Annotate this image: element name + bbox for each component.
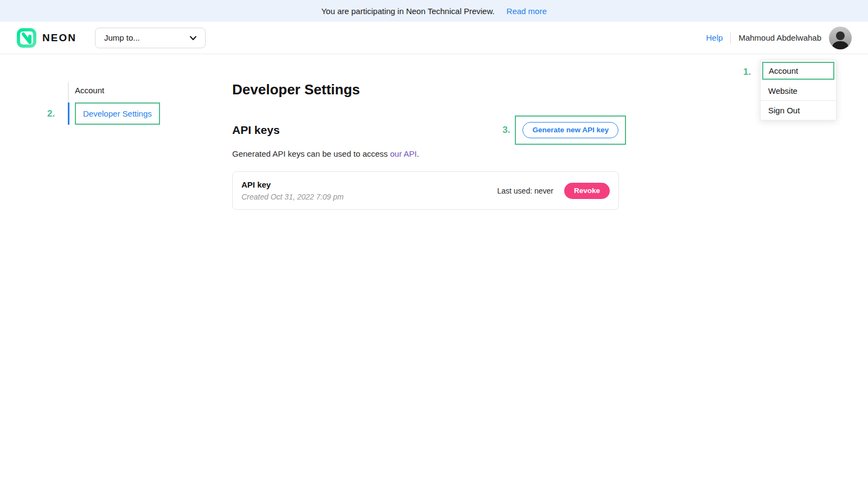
brand-wordmark: NEON — [42, 32, 76, 44]
section-description: Generated API keys can be used to access… — [232, 149, 619, 158]
neon-logo-icon — [16, 28, 37, 48]
jump-to-label: Jump to... — [104, 33, 140, 42]
account-menu: 1. Account Website Sign Out — [760, 60, 837, 120]
tech-preview-banner: You are participating in Neon Technical … — [0, 0, 868, 22]
menu-item-website[interactable]: Website — [761, 81, 836, 100]
annotation-2: 2. — [47, 108, 55, 119]
read-more-link[interactable]: Read more — [507, 7, 547, 16]
description-text: Generated API keys can be used to access — [232, 149, 390, 158]
sidebar-item-account-label: Account — [75, 86, 104, 95]
description-period: . — [417, 149, 419, 158]
header-right: Help Mahmoud Abdelwahab — [706, 27, 852, 49]
revoke-button[interactable]: Revoke — [564, 183, 610, 199]
api-key-actions: Last used: never Revoke — [497, 183, 610, 199]
app-header: NEON Jump to... Help Mahmoud Abdelwahab — [0, 22, 868, 54]
api-keys-section-header: API keys 3. Generate new API key — [232, 115, 619, 145]
section-heading: API keys — [232, 124, 280, 137]
user-name[interactable]: Mahmoud Abdelwahab — [738, 33, 821, 42]
avatar[interactable] — [829, 27, 852, 49]
sidebar-item-developer-settings-label: Developer Settings — [75, 102, 160, 125]
page-title: Developer Settings — [232, 81, 619, 98]
menu-item-account-label: Account — [762, 62, 834, 80]
sidebar-item-account[interactable]: Account — [68, 80, 176, 102]
api-key-name: API key — [241, 180, 343, 189]
annotation-1: 1. — [743, 67, 751, 78]
api-key-card: API key Created Oct 31, 2022 7:09 pm Las… — [232, 171, 619, 210]
help-link[interactable]: Help — [706, 33, 723, 42]
main-content: Developer Settings API keys 3. Generate … — [232, 81, 619, 210]
our-api-link[interactable]: our API — [390, 149, 417, 158]
banner-text: You are participating in Neon Technical … — [321, 7, 494, 16]
header-divider — [730, 33, 731, 43]
last-used-text: Last used: never — [497, 187, 553, 195]
person-icon — [829, 28, 852, 49]
neon-logo[interactable]: NEON — [16, 28, 76, 48]
generate-button-group: 3. Generate new API key — [502, 115, 626, 145]
api-key-info: API key Created Oct 31, 2022 7:09 pm — [241, 180, 343, 201]
menu-item-sign-out-label: Sign Out — [768, 106, 800, 115]
generate-api-key-button[interactable]: Generate new API key — [522, 122, 618, 138]
generate-button-highlight: Generate new API key — [515, 115, 626, 145]
chevron-down-icon — [189, 34, 197, 42]
settings-nav: Account 2. Developer Settings — [68, 80, 176, 125]
jump-to-select[interactable]: Jump to... — [95, 28, 206, 48]
menu-item-sign-out[interactable]: Sign Out — [761, 101, 836, 120]
menu-item-website-label: Website — [768, 86, 797, 95]
sidebar-item-developer-settings[interactable]: 2. Developer Settings — [68, 102, 176, 125]
menu-item-account[interactable]: Account — [761, 60, 836, 81]
annotation-3: 3. — [502, 125, 510, 136]
api-key-created: Created Oct 31, 2022 7:09 pm — [241, 192, 343, 201]
